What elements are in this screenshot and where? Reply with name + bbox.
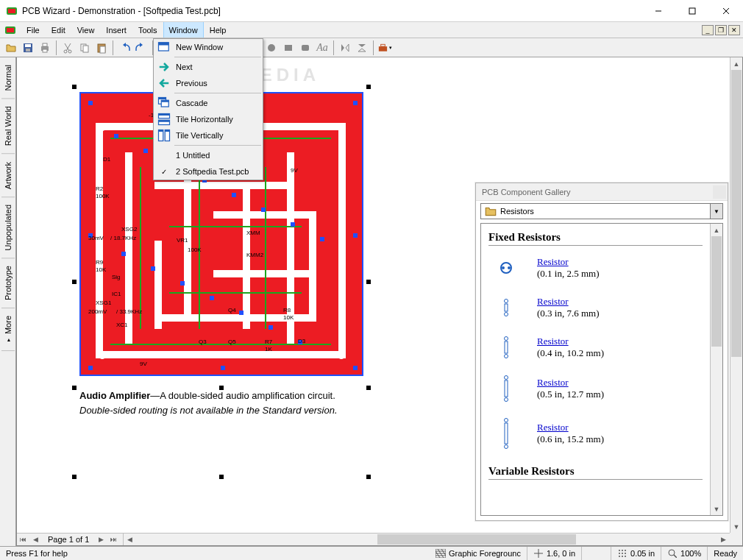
gallery-link[interactable]: Resistor <box>537 336 604 347</box>
maximize-button[interactable] <box>675 0 709 22</box>
status-bar: Press F1 for help Graphic Foregrounc 1.6… <box>0 546 743 560</box>
round-rect-tool[interactable] <box>297 40 313 56</box>
scroll-thumb[interactable] <box>711 236 722 347</box>
gallery-scrollbar[interactable]: ▲ ▼ <box>710 224 722 515</box>
gallery-item[interactable]: Resistor(0.3 in, 7.6 mm) <box>488 296 703 319</box>
gallery-link[interactable]: Resistor <box>537 256 600 268</box>
gallery-item[interactable]: Resistor(0.1 in, 2.5 mm) <box>488 256 703 280</box>
title-bar: PCB Wizard - Demonstration - [Softpedia … <box>0 0 743 22</box>
chevron-down-icon[interactable]: ▼ <box>710 204 722 219</box>
menu-tile-h-label: Tile Horizontally <box>176 115 233 124</box>
page-bar: ⏮ ◀ Page 1 of 1 ▶ ⏭ ◀ ▶ <box>17 533 730 545</box>
toolbox-button[interactable]: ▾ <box>377 40 393 56</box>
tile-h-icon <box>157 113 171 125</box>
menu-next[interactable]: Next <box>154 59 263 75</box>
svg-rect-63 <box>505 423 508 444</box>
scroll-thumb[interactable] <box>731 70 742 357</box>
canvas-vscroll[interactable]: ▲ ▼ <box>730 57 742 533</box>
menu-tile-h[interactable]: Tile Horizontally <box>154 111 263 127</box>
cascade-icon <box>157 97 171 109</box>
svg-point-58 <box>505 355 508 358</box>
last-page-button[interactable]: ⏭ <box>107 534 120 546</box>
scroll-down-icon[interactable]: ▼ <box>730 520 742 533</box>
scroll-down-icon[interactable]: ▼ <box>711 503 722 515</box>
prev-page-button[interactable]: ◀ <box>29 534 42 546</box>
resistor-icon <box>488 375 524 402</box>
copy-button[interactable] <box>77 40 93 56</box>
gallery-link[interactable]: Resistor <box>537 422 604 433</box>
sidebar-tab-more[interactable]: More <box>1 308 15 351</box>
svg-point-75 <box>622 550 623 551</box>
pcb-caption: Audio Amplifier—A double-sided audio amp… <box>79 389 363 417</box>
toolbar: Aa ▾ <box>0 38 743 57</box>
redo-button[interactable] <box>133 40 149 56</box>
sidebar-tab-normal[interactable]: Normal <box>1 57 15 99</box>
gallery-titlebar[interactable]: PCB Component Gallery <box>476 183 728 201</box>
scroll-left-icon[interactable]: ◀ <box>124 534 136 545</box>
scroll-right-icon[interactable]: ▶ <box>717 534 730 545</box>
gallery-item[interactable]: Resistor(0.6 in, 15.2 mm) <box>488 418 703 449</box>
menu-insert[interactable]: Insert <box>100 22 132 38</box>
sidebar-tab-prototype[interactable]: Prototype <box>1 258 15 308</box>
gallery-content: Fixed Resistors Resistor(0.1 in, 2.5 mm)… <box>481 224 710 515</box>
status-grid[interactable]: 0.05 in <box>611 547 661 560</box>
svg-point-62 <box>505 419 508 422</box>
text-tool[interactable]: Aa <box>314 40 330 56</box>
sidebar-tab-real-world[interactable]: Real World <box>1 99 15 154</box>
menu-cascade-label: Cascade <box>176 99 207 107</box>
gallery-item[interactable]: Resistor(0.5 in, 12.7 mm) <box>488 375 703 402</box>
circle-tool[interactable] <box>263 40 280 56</box>
cut-button[interactable] <box>60 40 76 56</box>
gallery-category-combo[interactable]: Resistors ▼ <box>480 203 723 219</box>
status-layer[interactable]: Graphic Foregrounc <box>430 547 527 560</box>
svg-point-31 <box>268 44 275 52</box>
menu-previous[interactable]: Previous <box>154 75 263 91</box>
sidebar-tab-unpopulated[interactable]: Unpopulated <box>1 197 15 258</box>
menu-tools[interactable]: Tools <box>132 22 163 38</box>
gallery-close-icon[interactable] <box>713 185 726 199</box>
flip-h-tool[interactable] <box>337 40 353 56</box>
gallery-item[interactable]: Resistor(0.4 in, 10.2 mm) <box>488 336 703 359</box>
close-button[interactable] <box>709 0 743 22</box>
mdi-close-button[interactable]: ✕ <box>728 25 740 35</box>
undo-button[interactable] <box>116 40 132 56</box>
menu-window[interactable]: Window <box>163 22 204 38</box>
gallery-link[interactable]: Resistor <box>537 377 604 389</box>
svg-point-64 <box>505 445 508 449</box>
component-gallery[interactable]: PCB Component Gallery Resistors ▼ Fixed … <box>475 182 728 521</box>
menu-help[interactable]: Help <box>204 22 232 38</box>
menu-tile-v[interactable]: Tile Vertically <box>154 127 263 143</box>
save-button[interactable] <box>20 40 36 56</box>
mdi-minimize-button[interactable]: _ <box>702 25 714 35</box>
menu-new-window[interactable]: New Window <box>154 39 263 55</box>
menu-cascade[interactable]: Cascade <box>154 95 263 111</box>
scroll-up-icon[interactable]: ▲ <box>730 57 742 70</box>
open-button[interactable] <box>3 40 19 56</box>
svg-point-77 <box>619 553 620 554</box>
canvas-hscroll[interactable]: ◀ ▶ <box>123 534 730 545</box>
first-page-button[interactable]: ⏮ <box>17 534 29 546</box>
scroll-up-icon[interactable]: ▲ <box>711 224 722 236</box>
menu-tile-v-label: Tile Vertically <box>176 131 223 140</box>
minimize-button[interactable] <box>641 0 675 22</box>
flip-v-tool[interactable] <box>354 40 370 56</box>
next-page-button[interactable]: ▶ <box>95 534 107 546</box>
svg-rect-3 <box>689 8 695 14</box>
sidebar-tab-artwork[interactable]: Artwork <box>1 155 15 197</box>
menu-file[interactable]: File <box>21 22 46 38</box>
gallery-link[interactable]: Resistor <box>537 296 600 308</box>
svg-point-56 <box>505 337 508 341</box>
print-button[interactable] <box>37 40 53 56</box>
menu-edit[interactable]: Edit <box>46 22 71 38</box>
rect-tool[interactable] <box>280 40 296 56</box>
canvas[interactable]: S TPEDIA <box>16 57 743 546</box>
paste-button[interactable] <box>93 40 110 56</box>
mdi-restore-button[interactable]: ❐ <box>715 25 727 35</box>
menu-doc-1[interactable]: 1 Untitled <box>154 147 263 163</box>
scroll-thumb[interactable] <box>377 534 576 545</box>
menu-view[interactable]: View <box>71 22 101 38</box>
status-zoom[interactable]: 100% <box>661 547 708 560</box>
menu-doc-2[interactable]: ✓ 2 Softpedia Test.pcb <box>154 163 263 180</box>
resistor-icon <box>488 299 524 316</box>
previous-icon <box>157 77 171 89</box>
